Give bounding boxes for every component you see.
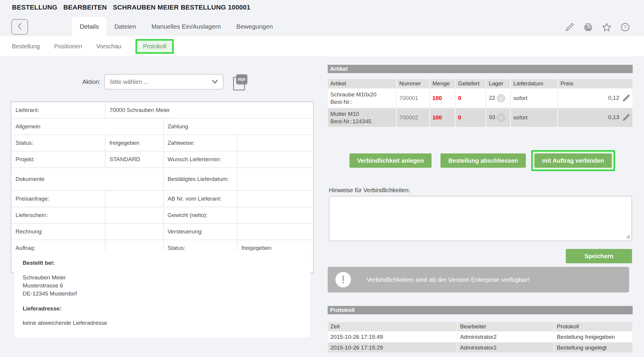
details-cell: Projekt:: [11, 151, 105, 168]
print-icon[interactable]: [583, 22, 593, 32]
col-artikel: Artikel: [328, 79, 396, 88]
protokoll-text: Bestellung angelegt: [554, 343, 632, 353]
artikel-geliefert: 0: [456, 89, 486, 107]
edit-icon[interactable]: [565, 22, 575, 32]
help-icon[interactable]: ?: [620, 22, 630, 32]
artikel-best-nr: Best-Nr.:: [330, 98, 396, 106]
preis-value: 0,12: [608, 95, 619, 101]
details-cell: [105, 191, 163, 207]
protokoll-row: 2015-10-26 17:15:29Administrator2Bestell…: [328, 343, 632, 353]
subtab-bestellung[interactable]: Bestellung: [12, 43, 40, 50]
details-row: Rechnung:Versteuerung:: [11, 224, 313, 240]
protokoll-row: 2015-10-26 17:15:49Administrator2Bestell…: [328, 332, 632, 342]
edit-price-icon[interactable]: [622, 94, 631, 103]
details-cell: Allgemein: [11, 119, 163, 135]
details-cell: 70000 Schrauben Meier: [105, 102, 313, 119]
aktion-select-value: bitte wählen ...: [105, 79, 149, 85]
notice-text: Verbindlichkeiten sind ab der Version En…: [366, 276, 529, 283]
subtab-vorschau[interactable]: Vorschau: [96, 43, 121, 50]
save-button[interactable]: Speichern: [566, 249, 632, 263]
col-geliefert: Geliefert: [456, 79, 486, 88]
details-row: AllgemeinZahlung: [11, 119, 313, 135]
details-cell: Preisanfrage:: [11, 191, 105, 207]
tab-label: Details: [80, 23, 99, 30]
breadcrumb-action: BEARBEITEN: [63, 4, 107, 11]
breadcrumb-record: SCHRAUBEN MEIER BESTELLUNG 100001: [113, 4, 250, 11]
details-cell: AB Nr. vom Lieferant:: [163, 191, 237, 207]
tab-dateien[interactable]: Dateien: [107, 17, 144, 36]
col-menge: Menge: [430, 79, 455, 88]
bestellung-abschliessen-button[interactable]: Bestellung abschliessen: [440, 153, 526, 168]
edit-price-icon[interactable]: [622, 113, 631, 122]
info-icon[interactable]: i: [497, 113, 505, 122]
details-cell: [237, 224, 313, 240]
mit-auftrag-verbinden-button[interactable]: mit Auftrag verbinden: [534, 153, 612, 168]
details-cell: [105, 207, 163, 224]
details-row: Lieferant:70000 Schrauben Meier: [11, 102, 313, 119]
artikel-table-header: Artikel Nummer Menge Geliefert Lager Lie…: [328, 79, 632, 88]
enterprise-notice: ! Verbindlichkeiten sind ab der Version …: [328, 267, 629, 293]
details-cell: Versteuerung:: [163, 224, 237, 240]
protokoll-table-header: Zeit Bearbeiter Protokoll: [328, 322, 632, 331]
details-cell: [237, 168, 313, 191]
tab-bewegungen[interactable]: Bewegungen: [229, 17, 281, 36]
details-cell: Bestätigtes Lieferdatum:: [163, 168, 237, 191]
details-cell: Rechnung:: [11, 224, 105, 240]
tab-details[interactable]: Details: [72, 17, 107, 36]
protokoll-bearbeiter: Administrator2: [458, 343, 554, 353]
tab-manuelles-ein-auslagern[interactable]: Manuelles Ein/Auslagern: [144, 17, 229, 36]
info-icon[interactable]: i: [497, 94, 505, 102]
artikel-lager: 22i: [486, 89, 510, 107]
details-cell: [105, 224, 163, 240]
details-cell: Dokumente: [11, 168, 163, 191]
col-preis: Preis: [558, 79, 632, 88]
preis-value: 0,13: [608, 114, 619, 120]
tab-label: Bewegungen: [236, 23, 273, 30]
col-nummer: Nummer: [397, 79, 429, 88]
pdf-export-icon[interactable]: PDF: [233, 74, 247, 89]
details-row: Preisanfrage:AB Nr. vom Lieferant:: [11, 191, 313, 207]
delivery-address-label: Lieferadresse:: [23, 305, 310, 312]
protokoll-panel-header: Protokoll: [328, 306, 633, 314]
back-button[interactable]: [11, 19, 28, 35]
pdf-badge: PDF: [236, 74, 247, 84]
address-line: Schrauben Meier: [23, 273, 310, 281]
breadcrumb-module: BESTELLUNG: [12, 4, 57, 11]
favorite-icon[interactable]: [602, 22, 612, 32]
details-cell: [237, 207, 313, 224]
details-cell: [237, 191, 313, 207]
lager-value: 22: [489, 95, 495, 101]
artikel-row: Mutter M10Best-Nr.:124345700002100093iso…: [328, 108, 632, 127]
subtab-positionen[interactable]: Positionen: [54, 43, 82, 50]
tab-label: Manuelles Ein/Auslagern: [152, 23, 221, 30]
verbindlichkeit-anlegen-button[interactable]: Verbindlichkeit anlegen: [349, 153, 432, 168]
supplier-card: Bestellt bei: Schrauben Meier Musterstra…: [14, 251, 310, 337]
details-row: Lieferschein:Gewicht (netto):: [11, 207, 313, 224]
protokoll-text: Bestellung freigegeben: [554, 332, 632, 342]
artikel-best-nr: Best-Nr.:124345: [330, 118, 396, 125]
notes-label: Hinweise für Verbindlichkeiten:: [329, 187, 410, 194]
subtab-protokoll[interactable]: Protokoll: [135, 39, 174, 54]
artikel-geliefert: 0: [456, 108, 486, 127]
details-cell: Gewicht (netto):: [163, 207, 237, 224]
artikel-preis: 0,13: [558, 108, 632, 127]
details-cell: Status:: [11, 135, 105, 151]
toolbar: ?: [565, 22, 630, 32]
subtabs: Bestellung Positionen Vorschau Protokoll: [12, 36, 174, 57]
col-zeit: Zeit: [328, 322, 457, 331]
protokoll-zeit: 2015-10-26 17:15:49: [328, 332, 457, 342]
artikel-lieferdatum: sofort: [511, 108, 557, 127]
protokoll-bearbeiter: Administrator2: [458, 332, 554, 342]
details-cell: Wunsch Liefertermin:: [163, 151, 237, 168]
artikel-nummer: 700001: [397, 89, 429, 107]
artikel-name-cell: Schraube M10x20Best-Nr.:: [328, 89, 396, 107]
notes-textarea[interactable]: [329, 196, 632, 241]
protokoll-table: Zeit Bearbeiter Protokoll 2015-10-26 17:…: [327, 321, 633, 353]
exclamation-icon: !: [335, 272, 351, 287]
lager-value: 93: [489, 114, 495, 120]
main-tabs: Details Dateien Manuelles Ein/Auslagern …: [72, 17, 281, 36]
aktion-select[interactable]: bitte wählen ...: [104, 74, 224, 90]
artikel-lager: 93i: [486, 108, 510, 127]
artikel-menge: 100: [430, 108, 455, 127]
details-row: Status:freigegebenZahlweise:: [11, 135, 313, 151]
